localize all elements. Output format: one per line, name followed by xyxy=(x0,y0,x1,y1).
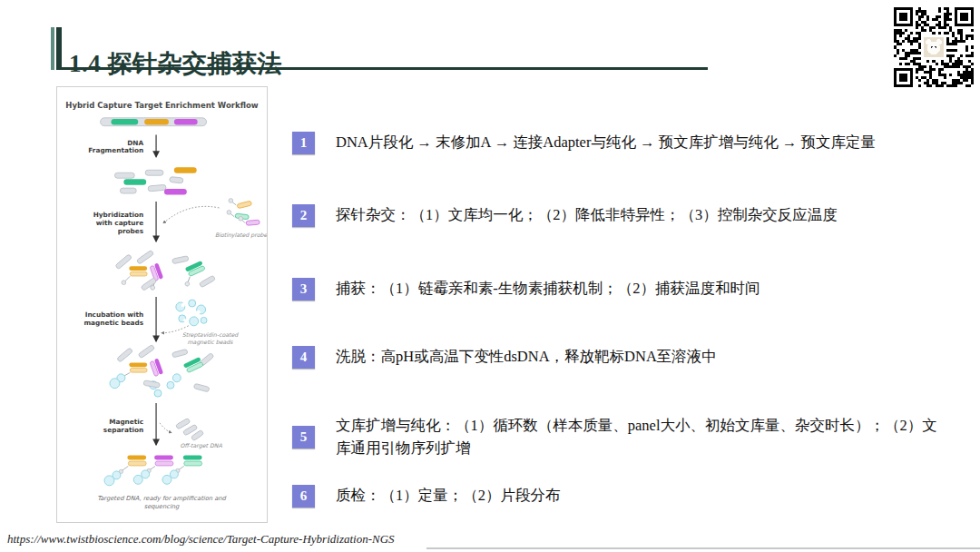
svg-text:Targeted DNA, ready for amplif: Targeted DNA, ready for amplification an… xyxy=(97,495,226,502)
page-title: 1.4 探针杂交捕获法 xyxy=(69,44,282,84)
title-accent-bar-dark xyxy=(56,27,62,70)
diagram-title: Hybrid Capture Target Enrichment Workflo… xyxy=(65,101,258,110)
svg-text:DNA: DNA xyxy=(127,139,143,147)
step-number-badge: 6 xyxy=(292,485,315,508)
label-streptavidin: Streptavidin-coated magnetic beads xyxy=(182,331,240,346)
step-number-badge: 5 xyxy=(292,426,315,448)
label-off-target: Off-target DNA xyxy=(181,442,223,449)
bottom-divider xyxy=(426,547,980,549)
step-text: 洗脱：高pH或高温下变性dsDNA，释放靶标DNA至溶液中 xyxy=(336,346,949,369)
diagram-caption: Targeted DNA, ready for amplification an… xyxy=(97,495,226,510)
off-target-fragments xyxy=(175,418,203,440)
step-item-1: 1 DNA片段化 → 末修加A → 连接Adapter与纯化 → 预文库扩增与纯… xyxy=(292,132,949,154)
step-number-badge: 3 xyxy=(292,278,315,301)
label-hybridization: Hybridization with capture probes xyxy=(93,211,144,235)
svg-text:magnetic beads: magnetic beads xyxy=(83,319,143,327)
fragments-pool xyxy=(114,167,196,194)
label-separation: Magnetic separation xyxy=(103,418,143,434)
svg-text:Streptavidin-coated: Streptavidin-coated xyxy=(182,331,240,339)
svg-text:sequencing: sequencing xyxy=(144,503,180,510)
svg-text:Magnetic: Magnetic xyxy=(109,418,143,426)
label-biotinylated-probes: Biotinylated probes xyxy=(215,232,267,239)
label-incubation: Incubation with magnetic beads xyxy=(83,310,143,327)
step-number-badge: 4 xyxy=(292,346,315,369)
step-text: 捕获：（1）链霉亲和素-生物素捕获机制；（2）捕获温度和时间 xyxy=(336,278,949,301)
step-item-2: 2 探针杂交：（1）文库均一化；（2）降低非特异性；（3）控制杂交反应温度 xyxy=(292,204,949,227)
hybridized-fragments xyxy=(115,250,216,291)
svg-text:Fragmentation: Fragmentation xyxy=(88,146,143,154)
step-text: 探针杂交：（1）文库均一化；（2）降低非特异性；（3）控制杂交反应温度 xyxy=(336,204,949,227)
step-number-badge: 2 xyxy=(292,204,315,227)
targeted-dna-final xyxy=(104,456,202,486)
qr-code xyxy=(894,7,974,87)
genomic-dna-strand xyxy=(101,118,207,126)
svg-text:probes: probes xyxy=(118,227,144,235)
step-item-5: 5 文库扩增与纯化：（1）循环数（样本质量、panel大小、初始文库量、杂交时长… xyxy=(292,415,949,460)
bead-bound-fragments xyxy=(110,344,214,397)
svg-text:Incubation with: Incubation with xyxy=(85,310,144,319)
magnetic-beads-art xyxy=(176,300,207,326)
step-number-badge: 1 xyxy=(292,132,315,154)
svg-text:magnetic beads: magnetic beads xyxy=(188,339,234,346)
step-text: 质检：（1）定量；（2）片段分布 xyxy=(336,485,949,508)
title-accent-bar-light xyxy=(51,27,54,70)
label-dna-fragmentation: DNA Fragmentation xyxy=(88,139,143,155)
step-item-3: 3 捕获：（1）链霉亲和素-生物素捕获机制；（2）捕获温度和时间 xyxy=(292,278,949,301)
step-item-4: 4 洗脱：高pH或高温下变性dsDNA，释放靶标DNA至溶液中 xyxy=(292,346,949,369)
source-url[interactable]: https://www.twistbioscience.com/blog/sci… xyxy=(7,532,395,547)
step-text: 文库扩增与纯化：（1）循环数（样本质量、panel大小、初始文库量、杂交时长）；… xyxy=(336,415,949,460)
dashed-probes-arrow xyxy=(163,206,219,222)
step-text: DNA片段化 → 末修加A → 连接Adapter与纯化 → 预文库扩增与纯化 … xyxy=(336,132,949,154)
svg-text:with capture: with capture xyxy=(96,219,143,227)
svg-text:Hybridization: Hybridization xyxy=(93,211,144,219)
workflow-diagram: Hybrid Capture Target Enrichment Workflo… xyxy=(56,86,268,523)
svg-text:separation: separation xyxy=(103,426,143,434)
dashed-offtarget-arrow xyxy=(160,423,172,433)
slide: 1.4 探针杂交捕获法 Hybrid Capture Target Enrich… xyxy=(0,0,980,552)
title-underline xyxy=(60,67,708,70)
step-item-6: 6 质检：（1）定量；（2）片段分布 xyxy=(292,485,949,508)
biotinylated-probes-art xyxy=(227,199,260,226)
